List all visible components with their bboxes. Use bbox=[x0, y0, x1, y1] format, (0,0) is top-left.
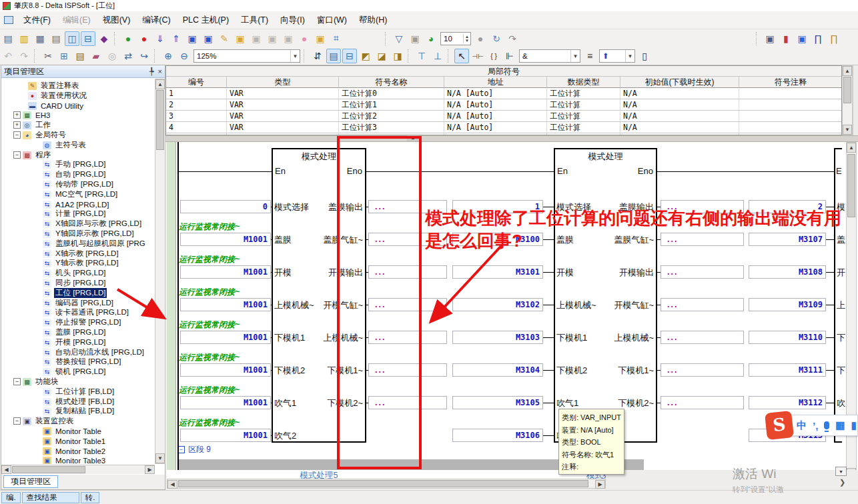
tree-item-Monitor[interactable]: ▣Monitor Table bbox=[43, 426, 103, 436]
binoculars-gold-icon[interactable]: ∏ bbox=[827, 31, 841, 46]
table-cell-r4-c3[interactable]: N/A [Auto] bbox=[444, 122, 547, 133]
device-tag-icon[interactable]: ▣ bbox=[763, 31, 777, 46]
tree-item-A1A2[interactable]: ⇆A1A2 [PRG,LD] bbox=[43, 199, 111, 209]
operand-box-in-b1-r4[interactable]: M3103 bbox=[452, 331, 543, 344]
tree-item-盖膜机与起膜机回原[interactable]: ⇆盖膜机与起膜机回原 [PRG bbox=[43, 239, 147, 249]
column-header-3[interactable]: 地址 bbox=[444, 77, 547, 88]
pane-splitter[interactable]: ▲ bbox=[165, 135, 858, 142]
goto-icon[interactable]: ↪ bbox=[137, 49, 151, 63]
menu-item-5[interactable]: 工具(T) bbox=[235, 12, 274, 29]
operand-box-out-b1-r4[interactable]: ... bbox=[661, 331, 744, 344]
menu-item-6[interactable]: 向导(I) bbox=[274, 12, 311, 29]
operand-box-in-b0-r7[interactable]: M1001 bbox=[180, 429, 271, 442]
monitor-window-icon[interactable]: ▣ bbox=[795, 31, 809, 46]
comment-view-icon[interactable]: ▤ bbox=[326, 49, 341, 63]
save-icon[interactable]: ▦ bbox=[33, 31, 47, 46]
chinese-mode-icon[interactable]: 中 bbox=[797, 419, 807, 432]
scroll-right-icon[interactable]: ▶ bbox=[595, 480, 605, 489]
operand-box-in-b1-r5[interactable]: M3104 bbox=[452, 363, 543, 377]
tree-item-停止报警[interactable]: ⇆停止报警 [PRG,LD] bbox=[43, 317, 122, 327]
combo-dropdown-icon[interactable]: ▼ bbox=[570, 50, 580, 62]
operand-box-out-b1-r5[interactable]: ... bbox=[661, 363, 744, 377]
tree-item-锁机[interactable]: ⇆锁机 [PRG,LD] bbox=[43, 367, 107, 377]
device-comment-icon[interactable]: ▯ bbox=[637, 49, 652, 63]
bookmark-add-icon[interactable]: ◩ bbox=[358, 49, 373, 63]
select-tool-icon[interactable]: ↖ bbox=[454, 49, 469, 63]
tree-item-主符号表[interactable]: ◍主符号表 bbox=[43, 140, 87, 150]
mdi-child-icon[interactable] bbox=[4, 16, 13, 24]
replace-icon[interactable]: ⇄ bbox=[121, 49, 135, 63]
editor-horizontal-scrollbar[interactable]: ◀ ▶ bbox=[167, 479, 606, 489]
tree-item-开模[interactable]: ⇆开模 [PRG,LD] bbox=[43, 337, 107, 347]
operand-box-in-b1-r3[interactable]: M3102 bbox=[452, 298, 543, 311]
table-cell-r1-c5[interactable]: N/A bbox=[620, 88, 739, 99]
tree-vertical-scrollbar[interactable]: ▲ ▼ bbox=[155, 79, 165, 464]
punctuation-icon[interactable]: ’, bbox=[813, 420, 818, 431]
menu-item-3[interactable]: 编译(C) bbox=[136, 12, 176, 29]
plc-settings-icon[interactable]: ▣ bbox=[313, 31, 328, 46]
operand-box-in-b1-r7[interactable]: M3106 bbox=[452, 429, 543, 442]
menu-item-4[interactable]: PLC 主机(P) bbox=[177, 12, 235, 29]
tree-item-替换按钮[interactable]: ⇆替换按钮 [PRG,LD] bbox=[43, 357, 122, 367]
monitor-view-icon[interactable]: ⊟ bbox=[342, 49, 357, 63]
print-icon[interactable]: ▤ bbox=[49, 31, 63, 46]
tree-item-Monitor[interactable]: ▣Monitor Table3 bbox=[43, 455, 107, 464]
logic-operator-combo[interactable]: &▼ bbox=[519, 49, 580, 63]
table-cell-r4-c0[interactable]: 4 bbox=[166, 122, 227, 133]
online-monitor-icon[interactable]: ▣ bbox=[185, 31, 199, 46]
cut-icon[interactable]: ✂ bbox=[41, 49, 55, 63]
tree-item-读卡器通讯[interactable]: ⇆读卡器通讯 [PRG,LD] bbox=[43, 307, 130, 317]
tree-item-装置监控表[interactable]: −▣装置监控表 bbox=[13, 416, 75, 426]
network-margin[interactable] bbox=[167, 142, 176, 470]
table-cell-r1-c4[interactable]: 工位计算 bbox=[547, 88, 620, 99]
tree-item-机头[interactable]: ⇆机头 [PRG,LD] bbox=[43, 268, 107, 278]
table-cell-r1-c6[interactable] bbox=[739, 88, 842, 99]
network-symbol-icon[interactable]: ≡ bbox=[582, 49, 597, 63]
collapse-icon[interactable]: − bbox=[13, 417, 21, 425]
tree-item-Y轴回原示教[interactable]: ⇆Y轴回原示教 [PRG,LD] bbox=[43, 229, 135, 239]
table-vertical-scrollbar[interactable]: ▲ ▼ bbox=[842, 65, 853, 135]
tree-item-传动带[interactable]: ⇆传动带 [PRG,LD] bbox=[43, 179, 115, 189]
tree-item-同步[interactable]: ⇆同步 [PRG,LD] bbox=[43, 278, 107, 288]
operand-box-in-b0-r1[interactable]: M1001 bbox=[180, 233, 271, 246]
tree-item-手动[interactable]: ⇆手动 [PRG,LD] bbox=[43, 159, 107, 169]
tree-item-X轴回原与示教[interactable]: ⇆X轴回原与示教 [PRG,LD] bbox=[43, 219, 143, 229]
contact-tool-icon[interactable]: ⊣⊢ bbox=[470, 49, 485, 63]
close-icon[interactable]: × bbox=[158, 67, 162, 76]
tree-item-编码器[interactable]: ⇆编码器 [PRG,LD] bbox=[43, 298, 115, 308]
section-row[interactable]: − 区段 9 bbox=[177, 444, 211, 455]
tree-item-X轴示教[interactable]: ⇆X轴示教 [PRG,LD] bbox=[43, 249, 120, 259]
expand-icon[interactable]: + bbox=[13, 111, 21, 119]
collapse-icon[interactable]: − bbox=[13, 131, 21, 139]
table-cell-r3-c5[interactable]: N/A bbox=[620, 111, 739, 122]
scroll-left-icon[interactable]: ◀ bbox=[167, 480, 177, 489]
zoom-out-icon[interactable]: ⊖ bbox=[177, 49, 191, 63]
table-cell-r4-c6[interactable] bbox=[739, 122, 842, 133]
table-cell-r2-c4[interactable]: 工位计算 bbox=[547, 99, 620, 111]
operand-box-out-b1-r6[interactable]: ... bbox=[661, 396, 744, 409]
table-cell-r2-c5[interactable]: N/A bbox=[620, 99, 739, 111]
operand-box-in-b1-r2[interactable]: M3101 bbox=[452, 265, 543, 279]
bookmark-clear-icon[interactable]: ◨ bbox=[390, 49, 405, 63]
table-cell-r2-c1[interactable]: VAR bbox=[227, 99, 339, 111]
expand-icon[interactable]: + bbox=[13, 121, 21, 129]
scroll-thumb[interactable] bbox=[156, 90, 164, 150]
scroll-down-icon[interactable]: ▼ bbox=[843, 125, 852, 135]
address-mode-icon[interactable]: ⇵ bbox=[310, 49, 325, 63]
table-cell-r1-c2[interactable]: 工位计算0 bbox=[339, 88, 444, 99]
tree-item-装置注释表[interactable]: ✎装置注释表 bbox=[28, 81, 81, 91]
layout-bottom-pane-icon[interactable]: ⊟ bbox=[81, 31, 95, 46]
menu-item-8[interactable]: 帮助(H) bbox=[353, 12, 393, 29]
instruction-tool-icon[interactable]: ⊩ bbox=[502, 49, 517, 63]
status-tab-0[interactable]: 编. bbox=[1, 492, 21, 503]
tree-item-装置使用状况[interactable]: ●装置使用状况 bbox=[28, 91, 88, 101]
tree-item-程序[interactable]: −▩程序 bbox=[13, 150, 52, 160]
table-cell-r2-c6[interactable] bbox=[739, 99, 842, 111]
stop-plc-icon[interactable]: ● bbox=[137, 31, 151, 46]
copy-icon[interactable]: ⊞ bbox=[57, 49, 71, 63]
insert-network-above-icon[interactable]: ⊤ bbox=[414, 49, 429, 63]
combo-dropdown-icon[interactable]: ▼ bbox=[625, 50, 634, 62]
operand-box-out-b1-r3[interactable]: ... bbox=[661, 298, 744, 311]
table-cell-r3-c1[interactable]: VAR bbox=[227, 111, 339, 122]
column-header-0[interactable]: 编号 bbox=[166, 77, 227, 88]
